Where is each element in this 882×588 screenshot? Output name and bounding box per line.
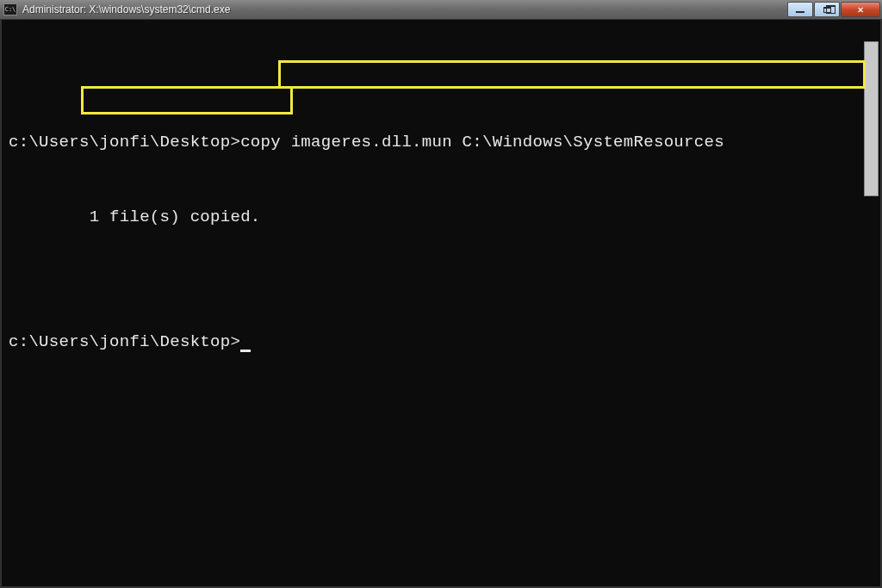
close-button[interactable]: ✕ (841, 2, 880, 17)
terminal-command: copy imageres.dll.mun C:\Windows\SystemR… (240, 133, 724, 152)
terminal-output: 1 file(s) copied. (90, 207, 261, 226)
cmd-icon: C:\ (3, 3, 17, 15)
terminal-content: c:\Users\jonfi\Desktop>copy imageres.dll… (2, 20, 880, 415)
terminal-area[interactable]: c:\Users\jonfi\Desktop>copy imageres.dll… (0, 20, 882, 588)
minimize-button[interactable] (787, 2, 813, 17)
terminal-line-prompt: c:\Users\jonfi\Desktop> (9, 330, 873, 355)
restore-button[interactable] (814, 2, 840, 17)
terminal-line-output: 1 file(s) copied. (9, 205, 873, 230)
cmd-icon-label: C:\ (5, 6, 16, 13)
terminal-cursor (240, 350, 251, 352)
minimize-icon (796, 11, 804, 13)
terminal-prompt: c:\Users\jonfi\Desktop> (9, 133, 240, 152)
terminal-line-command: c:\Users\jonfi\Desktop>copy imageres.dll… (9, 130, 873, 155)
window-controls: ✕ (787, 2, 880, 17)
window-title: Administrator: X:\windows\system32\cmd.e… (22, 3, 787, 15)
terminal-prompt: c:\Users\jonfi\Desktop> (9, 332, 240, 351)
terminal-indent (9, 207, 90, 226)
vertical-scrollbar[interactable] (864, 41, 879, 196)
close-icon: ✕ (857, 3, 863, 16)
window-titlebar[interactable]: C:\ Administrator: X:\windows\system32\c… (0, 0, 882, 20)
restore-icon (823, 7, 831, 13)
